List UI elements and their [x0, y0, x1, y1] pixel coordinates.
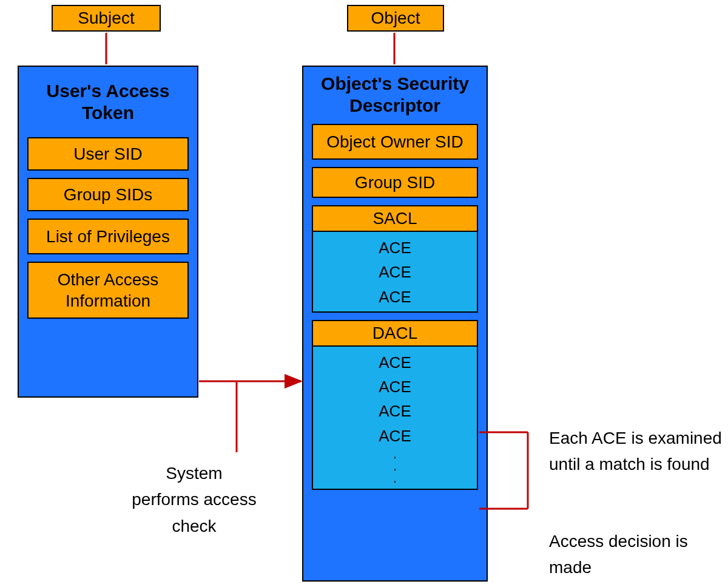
- object-label: Object: [371, 8, 420, 29]
- decision-text: Access decision is made: [549, 532, 688, 577]
- sacl-ace-2: ACE: [313, 285, 477, 309]
- group-sids-label: Group SIDs: [64, 185, 152, 204]
- examined-text: Each ACE is examined until a match is fo…: [549, 429, 722, 474]
- owner-sid-label: Object Owner SID: [326, 132, 463, 151]
- owner-sid-box: Object Owner SID: [312, 124, 478, 160]
- subject-box: Subject: [52, 5, 161, 32]
- sacl-body: ACE ACE ACE: [313, 232, 477, 311]
- group-sid-label: Group SID: [355, 173, 435, 192]
- sacl-ace-0: ACE: [313, 236, 477, 260]
- access-check-text: System performs access check: [132, 464, 256, 535]
- dacl-ace-1: ACE: [313, 375, 477, 399]
- dacl-ace-2: ACE: [313, 399, 477, 423]
- dacl-header: DACL: [313, 321, 477, 347]
- user-sid-label: User SID: [73, 144, 143, 163]
- examined-caption: Each ACE is examined until a match is fo…: [549, 425, 725, 478]
- dacl-ace-3: ACE: [313, 424, 477, 448]
- access-token-title: User's Access Token: [19, 67, 197, 137]
- decision-caption: Access decision is made: [549, 528, 719, 581]
- object-box: Object: [347, 5, 444, 32]
- dacl-body: ACE ACE ACE ACE . . .: [313, 347, 477, 489]
- sacl-group: SACL ACE ACE ACE: [312, 205, 478, 313]
- subject-label: Subject: [78, 8, 134, 29]
- group-sids-box: Group SIDs: [27, 178, 189, 211]
- user-sid-box: User SID: [27, 137, 189, 171]
- access-check-caption: System performs access check: [130, 460, 258, 539]
- dacl-group: DACL ACE ACE ACE ACE . . .: [312, 320, 478, 491]
- security-descriptor-container: Object's Security Descriptor Object Owne…: [302, 66, 488, 582]
- group-sid-box: Group SID: [312, 167, 478, 198]
- dacl-dot-2: .: [313, 472, 477, 484]
- sacl-ace-1: ACE: [313, 260, 477, 284]
- access-token-container: User's Access Token User SID Group SIDs …: [18, 66, 198, 398]
- sacl-header: SACL: [313, 206, 477, 232]
- privileges-label: List of Privileges: [46, 227, 170, 246]
- other-access-label: Other Access Information: [58, 270, 159, 310]
- other-access-box: Other Access Information: [27, 262, 189, 319]
- security-descriptor-title: Object's Security Descriptor: [303, 67, 487, 124]
- privileges-box: List of Privileges: [27, 219, 189, 254]
- dacl-ace-0: ACE: [313, 350, 477, 375]
